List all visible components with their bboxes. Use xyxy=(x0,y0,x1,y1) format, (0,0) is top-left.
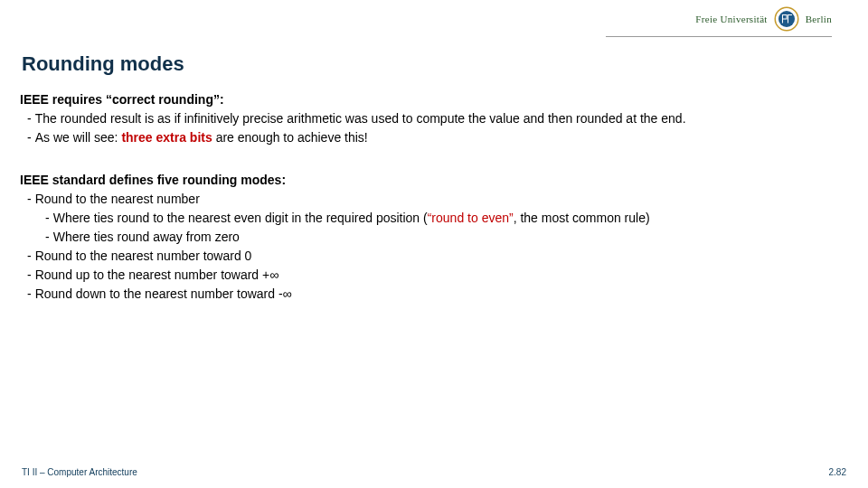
subbullet-round-to-even: - Where ties round to the nearest even d… xyxy=(45,209,841,228)
dash-icon: - xyxy=(45,209,50,228)
section-rounding-modes: IEEE standard defines five rounding mode… xyxy=(20,171,841,304)
bullet-round-nearest: - Round to the nearest number xyxy=(27,190,841,209)
logo-text-right: Berlin xyxy=(806,14,832,24)
dash-icon: - xyxy=(45,228,50,247)
subbullet-round-away-zero: - Where ties round away from zero xyxy=(45,228,841,247)
dash-icon: - xyxy=(27,128,32,147)
footer-page-number: 2.82 xyxy=(829,467,846,477)
section1-lead: IEEE requires “correct rounding”: xyxy=(20,90,841,109)
slide-footer: TI II – Computer Architecture 2.82 xyxy=(22,467,846,477)
highlight-round-to-even: “round to even” xyxy=(428,211,514,225)
logo-divider xyxy=(606,36,832,37)
dash-icon: - xyxy=(27,285,32,304)
dash-icon: - xyxy=(27,266,32,285)
dash-icon: - xyxy=(27,247,32,266)
bullet-round-down: - Round down to the nearest number towar… xyxy=(27,285,841,304)
slide-body: IEEE requires “correct rounding”: - The … xyxy=(20,90,841,304)
bullet-text: Round down to the nearest number toward … xyxy=(35,285,841,304)
bullet-round-toward-zero: - Round to the nearest number toward 0 xyxy=(27,247,841,266)
university-seal-icon xyxy=(773,5,800,33)
dash-icon: - xyxy=(27,190,32,209)
logo-text-left: Freie Universität xyxy=(695,14,767,24)
bullet-rounded-result: - The rounded result is as if infinitive… xyxy=(27,109,841,128)
bullet-text: The rounded result is as if infinitively… xyxy=(35,109,841,128)
section2-lead: IEEE standard defines five rounding mode… xyxy=(20,171,841,190)
university-logo: Freie Universität Berlin xyxy=(695,5,832,33)
section-correct-rounding: IEEE requires “correct rounding”: - The … xyxy=(20,90,841,147)
highlight-three-bits: three extra bits xyxy=(121,130,212,145)
bullet-text: Round to the nearest number xyxy=(35,190,841,209)
bullet-text: Where ties round to the nearest even dig… xyxy=(53,209,841,228)
bullet-text: As we will see: three extra bits are eno… xyxy=(35,128,841,147)
bullet-text: Round up to the nearest number toward +∞ xyxy=(35,266,841,285)
slide-title: Rounding modes xyxy=(22,52,184,76)
bullet-text: Round to the nearest number toward 0 xyxy=(35,247,841,266)
bullet-text: Where ties round away from zero xyxy=(53,228,841,247)
bullet-extra-bits: - As we will see: three extra bits are e… xyxy=(27,128,841,147)
bullet-round-up: - Round up to the nearest number toward … xyxy=(27,266,841,285)
dash-icon: - xyxy=(27,109,32,128)
footer-course: TI II – Computer Architecture xyxy=(22,467,137,477)
